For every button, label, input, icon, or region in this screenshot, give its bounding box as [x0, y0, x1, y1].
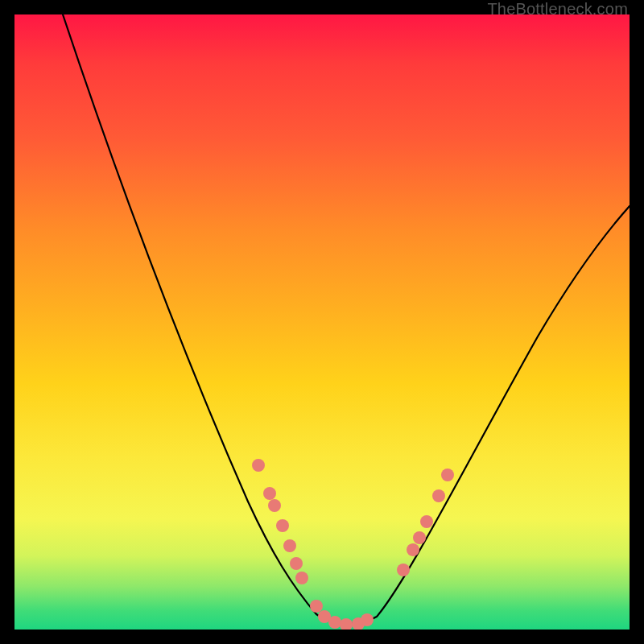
svg-point-10 — [340, 618, 353, 630]
svg-point-4 — [283, 539, 296, 552]
svg-point-15 — [413, 531, 426, 544]
svg-point-3 — [276, 519, 289, 532]
svg-point-18 — [441, 469, 454, 481]
svg-point-14 — [407, 543, 419, 556]
outer-frame: TheBottleneck.com — [0, 0, 644, 644]
svg-point-12 — [361, 613, 374, 626]
svg-point-16 — [420, 515, 433, 528]
svg-point-2 — [268, 499, 281, 512]
svg-point-7 — [310, 600, 323, 613]
svg-point-9 — [328, 616, 341, 629]
svg-point-17 — [432, 489, 445, 502]
gradient-plot-area — [14, 14, 630, 630]
svg-point-5 — [290, 557, 303, 570]
watermark-text: TheBottleneck.com — [487, 0, 628, 19]
bottleneck-curve — [63, 14, 630, 624]
svg-point-0 — [252, 459, 265, 472]
svg-point-1 — [263, 487, 276, 500]
svg-point-6 — [295, 572, 308, 584]
svg-point-13 — [397, 564, 410, 576]
curve-layer — [14, 14, 630, 630]
